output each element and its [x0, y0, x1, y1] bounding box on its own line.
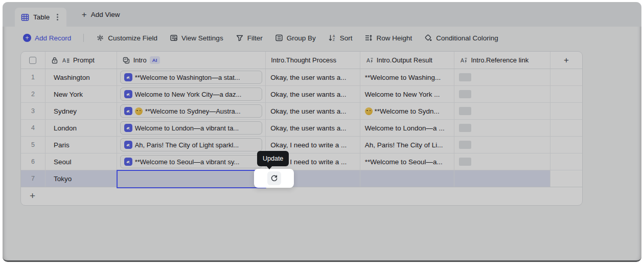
update-button[interactable] [267, 171, 281, 185]
ai-cell-action-panel [254, 169, 294, 188]
tooltip-caret [266, 166, 272, 169]
update-tooltip: Update [257, 151, 289, 166]
selected-cell-border [117, 170, 266, 188]
dim-overlay [3, 2, 641, 260]
app-window: Table + Add View + Add Record Customize … [3, 2, 641, 262]
refresh-icon [270, 174, 278, 182]
update-tooltip-label: Update [263, 155, 283, 162]
